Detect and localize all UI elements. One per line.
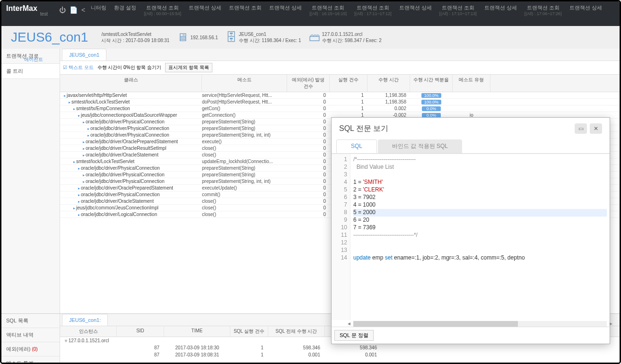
agent-name: JEUS6_con1	[11, 30, 88, 45]
scroll-left-icon[interactable]: ◄	[346, 321, 352, 327]
agent-label: 에이전트	[24, 56, 43, 63]
tree-header: 클래스 메소드 예외(에러) 발생 건수 실행 건수 수행 시간 수행 시간 백…	[60, 75, 620, 92]
sql-row[interactable]: 872017-03-09 18:18:301598.346598.346	[60, 344, 620, 351]
scol-exec[interactable]: SQL 실행 건수	[230, 326, 268, 337]
top-bar: InterMax test ⏻ 📄 < 니터링환경 설정트랜잭션 조회[(All…	[1, 1, 620, 26]
top-tab[interactable]: 트랜잭션 상세	[569, 4, 602, 16]
scroll-thumb[interactable]	[353, 321, 518, 327]
scol-sid[interactable]: SID	[117, 326, 164, 337]
tree-tabbar: JEUS6_con1	[60, 49, 620, 61]
filter-bar: ☑ 텍스트 모드 수행 시간이 0%인 항목 숨기기 표시계외 항목 목록	[60, 61, 620, 75]
file-icon[interactable]: 📄	[70, 6, 78, 14]
top-tab[interactable]: 트랜잭션 조회[(All) : 17:11~17:12]	[354, 4, 392, 16]
bnav-method[interactable]: 메소드 통계	[1, 356, 60, 364]
bnav-sql[interactable]: SQL 목록	[1, 314, 60, 328]
info-path: /smtest/LockTestServlet시작 시간 : 2017-03-0…	[101, 31, 169, 43]
db-icon: 🗃	[309, 31, 320, 44]
top-tab[interactable]: 트랜잭션 조회	[229, 4, 262, 16]
brand: InterMax	[6, 4, 37, 13]
back-icon[interactable]: <	[81, 6, 85, 14]
top-tab[interactable]: 트랜잭션 조회[(All) : 00:00~15:54]	[144, 4, 181, 16]
text-mode-checkbox[interactable]: ☑ 텍스트 모드	[63, 64, 94, 71]
top-tab[interactable]: 트랜잭션 조회[(All) : 17:06~17:26]	[525, 4, 562, 16]
info-was: 🗄 JEUS6_con1수행 시간: 1198.364 / Exec: 1	[226, 31, 301, 44]
bnav-active[interactable]: 액티브 내역	[1, 328, 60, 342]
scol-tot[interactable]: SQL 전체 수행 시간	[268, 326, 325, 337]
sql-row[interactable]: 872017-03-09 18:08:3110.0010.001	[60, 351, 620, 358]
bottom-nav: SQL 목록 액티브 내역 예외(에러) (0) 메소드 통계 사용자 전문	[1, 314, 60, 364]
col-method[interactable]: 메소드	[202, 75, 287, 92]
info-db: 🗃 127.0.0.1.1521.orcl수행 시간: 598.347 / Ex…	[309, 31, 382, 44]
scol-instance[interactable]: 인스턴스	[60, 326, 117, 337]
tree-row[interactable]: ▸smtest/tx/EmpConnectiongetCon()010.0020…	[60, 105, 620, 112]
brand-sub: test	[40, 11, 48, 17]
code-viewer[interactable]: 1234567891011121314 /*------------------…	[332, 154, 610, 320]
sql-format-button[interactable]: SQL 문 정렬	[334, 330, 374, 341]
sql-viewer-popup: SQL 전문 보기 ▭ ✕ SQL 바인드 값 적용된 SQL 12345678…	[331, 117, 610, 344]
popup-tab-bind[interactable]: 바인드 값 적용된 SQL	[378, 139, 462, 153]
left-nav: 트랜잭션 경로 콜 트리	[1, 49, 60, 313]
scroll-right-icon[interactable]: ►	[608, 321, 614, 327]
top-tab[interactable]: 트랜잭션 상세	[269, 4, 302, 16]
top-tab[interactable]: 트랜잭션 상세	[189, 4, 221, 16]
tab-jeus6[interactable]: JEUS6_con1	[62, 49, 106, 61]
context-header: 에이전트 JEUS6_con1 /smtest/LockTestServlet시…	[1, 26, 620, 49]
tree-row[interactable]: ▸smtest/lock/LockTestServletdoPost(HttpS…	[60, 99, 620, 105]
bnav-error[interactable]: 예외(에러) (0)	[1, 342, 60, 356]
top-tab[interactable]: 트랜잭션 상세	[484, 4, 517, 16]
col-err[interactable]: 예외(에러) 발생 건수	[287, 75, 330, 92]
col-time[interactable]: 수행 시간	[367, 75, 410, 92]
h-scrollbar[interactable]: ◄ ►	[353, 321, 607, 327]
info-ip: 🖥 192.168.56.1	[177, 31, 218, 44]
excluded-list-button[interactable]: 표시계외 항목 목록	[165, 63, 212, 72]
minimize-button[interactable]: ▭	[575, 123, 587, 134]
tree-row[interactable]: ▸javax/servlet/http/HttpServletservice(H…	[60, 92, 620, 99]
nav-call-tree[interactable]: 콜 트리	[1, 64, 60, 79]
col-type[interactable]: 메소드 유형	[453, 75, 490, 92]
top-tab[interactable]: 트랜잭션 조회[(All) : 16:15~16:15]	[309, 4, 347, 16]
top-tab[interactable]: 트랜잭션 조회[(All) : 17:10~17:13]	[439, 4, 477, 16]
tab-sql-jeus[interactable]: JEUS6_con1:	[62, 314, 108, 326]
popup-tab-sql[interactable]: SQL	[336, 139, 377, 153]
col-class[interactable]: 클래스	[60, 75, 202, 92]
hide-zero-label: 수행 시간이 0%인 항목 숨기기	[97, 64, 162, 71]
popup-title: SQL 전문 보기	[339, 124, 388, 134]
top-tab[interactable]: 니터링	[91, 4, 106, 16]
plug-icon[interactable]: ⏻	[59, 6, 66, 14]
col-pct[interactable]: 수행 시간 백분율	[410, 75, 453, 92]
top-tab[interactable]: 환경 설정	[114, 4, 136, 16]
server-icon: 🖥	[177, 31, 188, 44]
was-icon: 🗄	[226, 31, 237, 44]
top-tab[interactable]: 트랜잭션 상세	[399, 4, 432, 16]
close-button[interactable]: ✕	[590, 123, 602, 134]
col-exec[interactable]: 실행 건수	[330, 75, 367, 92]
scol-time[interactable]: TIME	[164, 326, 230, 337]
